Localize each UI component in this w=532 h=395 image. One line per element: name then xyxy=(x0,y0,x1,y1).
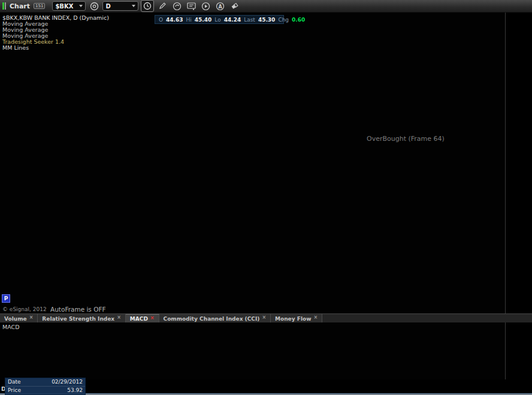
window-title: Chart xyxy=(10,2,30,10)
tab-money-flow[interactable]: Money Flow× xyxy=(271,314,322,323)
overbought-watermark: OverBought (Frame 64) xyxy=(367,135,445,143)
last-label: Last xyxy=(244,17,255,23)
page-marker-p[interactable]: P xyxy=(2,294,10,303)
close-icon[interactable]: × xyxy=(117,315,121,320)
high-label: Hi xyxy=(186,17,192,23)
ohlc-readout-bar: O 44.63 Hi 45.40 Lo 44.24 Last 45.30 Chg… xyxy=(155,15,284,24)
low-value: 44.24 xyxy=(224,17,241,23)
toolbar: Chart 151 $BKX D A xyxy=(0,0,532,13)
macd-chart[interactable] xyxy=(0,322,505,379)
macd-panel-label: MACD xyxy=(2,324,19,330)
eraser-icon[interactable] xyxy=(228,1,240,11)
chevron-down-icon[interactable] xyxy=(79,5,83,7)
cursor-data-window[interactable]: Date 02/29/2012 Price 53.92 xyxy=(5,378,86,395)
open-value: 44.63 xyxy=(166,17,183,23)
tab-volume[interactable]: Volume× xyxy=(0,314,38,323)
data-window-value: 53.92 xyxy=(67,387,83,394)
change-value: 0.60 xyxy=(292,17,305,23)
price-axis[interactable] xyxy=(505,13,532,379)
reload-icon[interactable] xyxy=(171,1,183,11)
legend-item: MM Lines xyxy=(2,45,109,51)
svg-text:A: A xyxy=(218,4,222,9)
data-window-value: 02/29/2012 xyxy=(52,379,83,385)
data-window-row: Price 53.92 xyxy=(5,386,85,394)
tab-macd[interactable]: MACD× xyxy=(126,314,159,323)
macd-panel[interactable]: MACD xyxy=(0,322,505,379)
change-label: Chg xyxy=(278,17,289,23)
window-badge: 151 xyxy=(34,3,45,9)
chart-window: Chart 151 $BKX D A xyxy=(0,0,532,395)
interval-input[interactable]: D xyxy=(102,1,138,11)
data-window-label: Date xyxy=(8,379,21,385)
chevron-down-icon[interactable] xyxy=(132,5,135,7)
price-chart-plot[interactable]: $BKX,KBW BANK INDEX, D (Dynamic) Moving … xyxy=(0,13,505,313)
date-axis[interactable]: D Date 02/29/2012 Price 53.92 xyxy=(0,379,532,393)
tab-cci[interactable]: Commodity Channel Index (CCI)× xyxy=(159,314,271,323)
study-tabs: Volume× Relative Strength Index× MACD× C… xyxy=(0,313,532,322)
symbol-input[interactable]: $BKX xyxy=(52,1,86,11)
low-label: Lo xyxy=(214,17,220,23)
copyright-note: © eSignal, 2012 xyxy=(2,306,47,312)
time-interval-icon[interactable] xyxy=(141,0,154,12)
data-window-row: Date 02/29/2012 xyxy=(5,378,85,386)
chart-legend: $BKX,KBW BANK INDEX, D (Dynamic) Moving … xyxy=(2,15,109,51)
close-icon[interactable]: × xyxy=(29,315,34,320)
data-window-label: Price xyxy=(8,387,21,394)
symbol-search-icon[interactable] xyxy=(88,1,100,11)
play-replay-icon[interactable] xyxy=(200,1,211,11)
open-label: O xyxy=(159,17,163,23)
auto-analysis-icon[interactable]: A xyxy=(214,1,226,11)
quote-screen-icon[interactable] xyxy=(185,1,197,11)
last-value: 45.30 xyxy=(258,17,275,23)
draw-pencil-icon[interactable] xyxy=(156,1,168,11)
close-icon[interactable]: × xyxy=(150,315,155,321)
high-value: 45.40 xyxy=(195,17,211,23)
close-icon[interactable]: × xyxy=(313,315,318,320)
candlestick-chart[interactable] xyxy=(0,13,505,313)
autoframe-status: AutoFrame is OFF xyxy=(50,306,106,313)
tab-rsi[interactable]: Relative Strength Index× xyxy=(38,314,126,323)
close-icon[interactable]: × xyxy=(262,315,266,320)
app-chart-icon xyxy=(2,2,6,10)
